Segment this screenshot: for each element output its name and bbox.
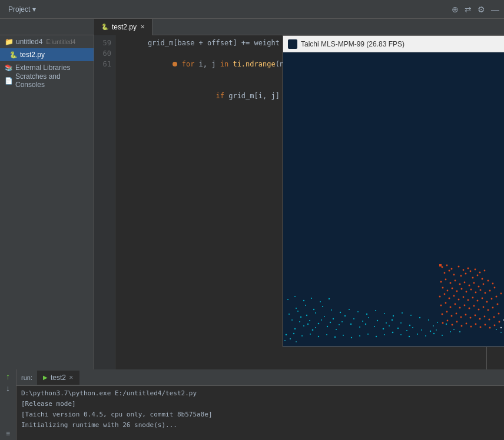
minus-icon[interactable]: — [491, 5, 499, 14]
svg-point-103 [482, 278, 483, 280]
console-line-1: D:\python3.7\python.exe E:/untitled4/tes… [21, 388, 499, 399]
svg-point-151 [469, 308, 470, 309]
svg-point-161 [456, 313, 457, 315]
svg-point-95 [458, 266, 460, 268]
svg-point-164 [470, 317, 472, 319]
sidebar-item-scratches[interactable]: 📄 Scratches and Consoles [0, 74, 94, 87]
svg-point-137 [467, 299, 469, 301]
svg-point-48 [340, 312, 341, 313]
svg-point-127 [480, 289, 482, 291]
svg-point-5 [307, 324, 309, 325]
sidebar-item-label-test2py: test2.py [20, 51, 45, 59]
svg-point-59 [437, 322, 438, 323]
svg-point-154 [483, 306, 485, 308]
svg-point-54 [393, 315, 394, 316]
svg-point-128 [485, 292, 486, 294]
svg-point-181 [489, 327, 491, 329]
sidebar-item-untitled4[interactable]: 📁 untitled4 E:\untitled4 [0, 35, 94, 48]
svg-point-184 [500, 327, 502, 329]
svg-point-44 [305, 305, 306, 306]
svg-point-251 [290, 338, 291, 339]
split-icon[interactable]: ⇄ [465, 5, 472, 14]
svg-point-174 [456, 321, 458, 323]
svg-point-115 [478, 286, 480, 288]
svg-point-27 [362, 321, 363, 322]
svg-point-141 [486, 301, 488, 303]
gear-icon[interactable]: ⚙ [478, 5, 485, 14]
py-file-icon: 🐍 [101, 24, 108, 30]
svg-point-21 [333, 318, 334, 319]
svg-point-167 [484, 316, 486, 318]
svg-point-16 [289, 314, 290, 315]
console-tab-test2[interactable]: ▶ test2 ✕ [37, 371, 79, 385]
tab-close-button[interactable]: ✕ [140, 24, 145, 30]
sidebar-item-test2py[interactable]: 🐍 test2.py [0, 48, 94, 61]
svg-point-130 [494, 287, 496, 289]
svg-rect-0 [283, 52, 504, 346]
svg-point-131 [439, 296, 441, 298]
svg-point-170 [498, 313, 500, 315]
svg-point-81 [450, 331, 451, 332]
svg-point-66 [326, 334, 327, 335]
svg-point-134 [453, 295, 455, 297]
svg-point-75 [400, 334, 402, 335]
down-arrow-icon[interactable]: ↓ [6, 384, 10, 393]
svg-point-64 [310, 334, 311, 335]
line-numbers: 59 60 61 [94, 35, 115, 369]
svg-point-10 [318, 323, 320, 325]
svg-point-142 [491, 298, 493, 300]
svg-point-25 [344, 315, 346, 316]
svg-point-166 [479, 318, 481, 320]
console-tab-bar: run: ▶ test2 ✕ [16, 369, 504, 386]
svg-point-12 [336, 329, 337, 330]
sidebar: 📁 untitled4 E:\untitled4 🐍 test2.py 📚 Ex… [0, 35, 94, 369]
globe-icon[interactable]: ⊕ [452, 5, 459, 14]
svg-point-249 [436, 329, 437, 331]
svg-point-179 [480, 326, 482, 328]
svg-point-20 [324, 316, 325, 317]
svg-point-6 [315, 327, 316, 328]
svg-point-36 [406, 330, 407, 331]
svg-point-51 [366, 314, 367, 315]
tab-label: test2.py [112, 23, 137, 31]
svg-point-118 [492, 283, 494, 285]
svg-point-68 [343, 335, 344, 336]
run-prefix: run: [21, 374, 32, 381]
svg-point-117 [488, 280, 489, 282]
svg-point-50 [357, 311, 359, 312]
svg-point-163 [465, 314, 467, 316]
bottom-icon[interactable]: ≡ [6, 429, 10, 438]
console-tab-close[interactable]: ✕ [69, 375, 74, 381]
svg-point-110 [455, 280, 456, 282]
svg-point-158 [442, 314, 443, 315]
svg-point-98 [460, 275, 462, 277]
simulation-window: Taichi MLS-MPM-99 (26.83 FPS) — □ ✕ [283, 35, 504, 347]
svg-point-149 [459, 307, 461, 309]
tab-test2py[interactable]: 🐍 test2.py ✕ [94, 19, 152, 35]
svg-point-148 [455, 304, 456, 305]
svg-point-100 [470, 271, 472, 272]
console-line-4: Initializing runtime with 26 snode(s)... [21, 420, 499, 431]
svg-point-97 [467, 268, 469, 269]
svg-point-35 [397, 328, 399, 329]
tab-bar: 🐍 test2.py ✕ [0, 19, 504, 35]
svg-point-78 [425, 335, 426, 336]
svg-point-85 [311, 298, 312, 299]
console-tab-label: test2 [51, 374, 66, 382]
console-line-3: [Taichi version 0.4.5, cpu only, commit … [21, 409, 499, 420]
svg-point-176 [466, 323, 467, 325]
sim-title-text: Taichi MLS-MPM-99 (26.83 FPS) [301, 40, 504, 48]
svg-point-72 [376, 336, 377, 337]
up-arrow-icon[interactable]: ↑ [6, 372, 10, 381]
svg-point-55 [402, 312, 403, 314]
svg-point-173 [452, 324, 453, 326]
svg-point-43 [296, 308, 297, 309]
svg-point-157 [497, 304, 499, 305]
particle-canvas [283, 52, 504, 346]
project-dropdown[interactable]: Project ▾ [5, 4, 39, 15]
svg-point-13 [321, 319, 322, 321]
svg-point-28 [365, 324, 366, 325]
svg-point-129 [489, 290, 491, 292]
svg-point-67 [334, 336, 336, 338]
svg-point-80 [442, 335, 443, 336]
